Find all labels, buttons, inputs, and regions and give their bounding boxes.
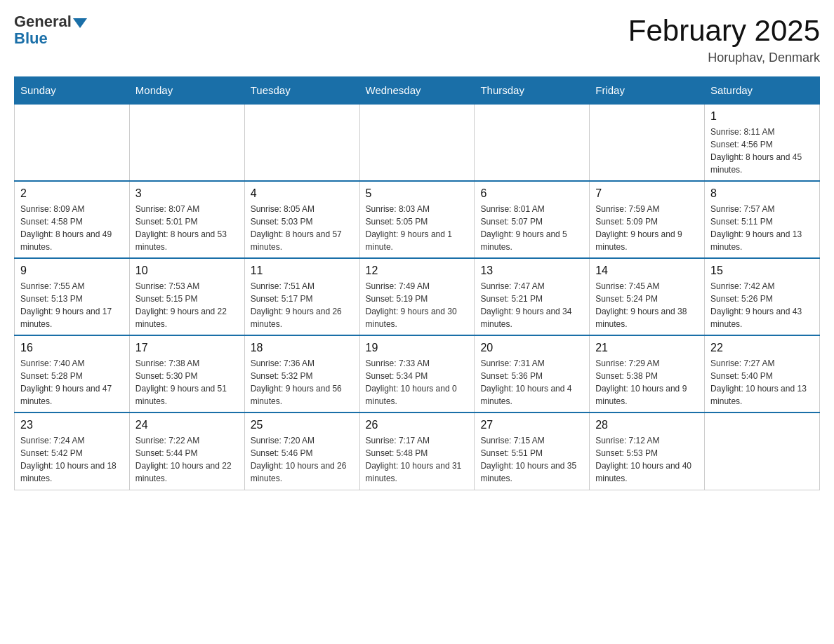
day-number: 2 [20, 187, 124, 200]
calendar-cell: 20Sunrise: 7:31 AM Sunset: 5:36 PM Dayli… [475, 335, 590, 412]
day-info: Sunrise: 7:55 AM Sunset: 5:13 PM Dayligh… [20, 280, 124, 330]
day-info: Sunrise: 8:09 AM Sunset: 4:58 PM Dayligh… [20, 203, 124, 253]
day-info: Sunrise: 7:22 AM Sunset: 5:44 PM Dayligh… [135, 434, 239, 485]
day-number: 12 [366, 264, 469, 277]
day-number: 25 [251, 419, 354, 431]
calendar-week-row: 9Sunrise: 7:55 AM Sunset: 5:13 PM Daylig… [15, 258, 820, 335]
day-info: Sunrise: 7:40 AM Sunset: 5:28 PM Dayligh… [20, 357, 124, 408]
calendar-cell: 14Sunrise: 7:45 AM Sunset: 5:24 PM Dayli… [590, 258, 705, 335]
calendar-week-row: 16Sunrise: 7:40 AM Sunset: 5:28 PM Dayli… [15, 335, 820, 412]
logo: General Blue [14, 14, 87, 48]
day-info: Sunrise: 7:42 AM Sunset: 5:26 PM Dayligh… [710, 280, 814, 330]
day-info: Sunrise: 7:12 AM Sunset: 5:53 PM Dayligh… [595, 434, 699, 485]
day-number: 3 [135, 187, 239, 200]
day-info: Sunrise: 7:15 AM Sunset: 5:51 PM Dayligh… [480, 434, 583, 485]
calendar-cell: 3Sunrise: 8:07 AM Sunset: 5:01 PM Daylig… [129, 181, 244, 258]
calendar-cell: 11Sunrise: 7:51 AM Sunset: 5:17 PM Dayli… [244, 258, 359, 335]
day-info: Sunrise: 7:27 AM Sunset: 5:40 PM Dayligh… [710, 357, 814, 408]
calendar-cell [705, 412, 820, 490]
page-header: General Blue February 2025 Horuphav, Den… [14, 14, 820, 65]
day-number: 7 [595, 187, 699, 200]
day-number: 27 [480, 419, 583, 431]
calendar-cell: 19Sunrise: 7:33 AM Sunset: 5:34 PM Dayli… [359, 335, 475, 412]
day-number: 20 [480, 342, 583, 354]
title-area: February 2025 Horuphav, Denmark [628, 14, 820, 65]
calendar-cell: 26Sunrise: 7:17 AM Sunset: 5:48 PM Dayli… [359, 412, 475, 490]
calendar-cell: 25Sunrise: 7:20 AM Sunset: 5:46 PM Dayli… [244, 412, 359, 490]
day-number: 6 [480, 187, 583, 200]
calendar-cell: 8Sunrise: 7:57 AM Sunset: 5:11 PM Daylig… [705, 181, 820, 258]
day-info: Sunrise: 7:49 AM Sunset: 5:19 PM Dayligh… [366, 280, 469, 330]
day-info: Sunrise: 7:36 AM Sunset: 5:32 PM Dayligh… [251, 357, 354, 408]
day-info: Sunrise: 7:53 AM Sunset: 5:15 PM Dayligh… [135, 280, 239, 330]
day-info: Sunrise: 8:05 AM Sunset: 5:03 PM Dayligh… [251, 203, 354, 253]
logo-blue-text: Blue [14, 29, 48, 48]
location: Horuphav, Denmark [628, 51, 820, 65]
day-number: 18 [251, 342, 354, 354]
day-number: 22 [710, 342, 814, 354]
calendar-week-row: 2Sunrise: 8:09 AM Sunset: 4:58 PM Daylig… [15, 181, 820, 258]
logo-general-text: General [14, 14, 72, 29]
calendar-week-row: 23Sunrise: 7:24 AM Sunset: 5:42 PM Dayli… [15, 412, 820, 490]
day-info: Sunrise: 7:45 AM Sunset: 5:24 PM Dayligh… [595, 280, 699, 330]
day-info: Sunrise: 7:59 AM Sunset: 5:09 PM Dayligh… [595, 203, 699, 253]
calendar-cell: 15Sunrise: 7:42 AM Sunset: 5:26 PM Dayli… [705, 258, 820, 335]
day-number: 4 [251, 187, 354, 200]
day-info: Sunrise: 7:17 AM Sunset: 5:48 PM Dayligh… [366, 434, 469, 485]
calendar-cell: 9Sunrise: 7:55 AM Sunset: 5:13 PM Daylig… [15, 258, 130, 335]
calendar-cell: 18Sunrise: 7:36 AM Sunset: 5:32 PM Dayli… [244, 335, 359, 412]
day-info: Sunrise: 7:33 AM Sunset: 5:34 PM Dayligh… [366, 357, 469, 408]
calendar-cell: 10Sunrise: 7:53 AM Sunset: 5:15 PM Dayli… [129, 258, 244, 335]
calendar-cell: 13Sunrise: 7:47 AM Sunset: 5:21 PM Dayli… [475, 258, 590, 335]
calendar-cell: 12Sunrise: 7:49 AM Sunset: 5:19 PM Dayli… [359, 258, 475, 335]
day-number: 19 [366, 342, 469, 354]
month-title: February 2025 [628, 14, 820, 48]
day-header-thursday: Thursday [475, 77, 590, 105]
day-number: 13 [480, 264, 583, 277]
calendar-cell: 7Sunrise: 7:59 AM Sunset: 5:09 PM Daylig… [590, 181, 705, 258]
calendar-cell: 23Sunrise: 7:24 AM Sunset: 5:42 PM Dayli… [15, 412, 130, 490]
calendar-cell: 17Sunrise: 7:38 AM Sunset: 5:30 PM Dayli… [129, 335, 244, 412]
calendar-cell: 27Sunrise: 7:15 AM Sunset: 5:51 PM Dayli… [475, 412, 590, 490]
day-number: 11 [251, 264, 354, 277]
calendar-cell [129, 104, 244, 181]
day-header-wednesday: Wednesday [359, 77, 475, 105]
calendar-cell: 16Sunrise: 7:40 AM Sunset: 5:28 PM Dayli… [15, 335, 130, 412]
calendar-cell: 6Sunrise: 8:01 AM Sunset: 5:07 PM Daylig… [475, 181, 590, 258]
day-number: 9 [20, 264, 124, 277]
calendar-header-row: SundayMondayTuesdayWednesdayThursdayFrid… [15, 77, 820, 105]
day-header-sunday: Sunday [15, 77, 130, 105]
calendar-cell [359, 104, 475, 181]
day-info: Sunrise: 7:47 AM Sunset: 5:21 PM Dayligh… [480, 280, 583, 330]
day-number: 1 [710, 110, 814, 123]
day-info: Sunrise: 7:20 AM Sunset: 5:46 PM Dayligh… [251, 434, 354, 485]
day-header-monday: Monday [129, 77, 244, 105]
day-number: 14 [595, 264, 699, 277]
day-number: 5 [366, 187, 469, 200]
calendar-week-row: 1Sunrise: 8:11 AM Sunset: 4:56 PM Daylig… [15, 104, 820, 181]
day-number: 15 [710, 264, 814, 277]
day-header-tuesday: Tuesday [244, 77, 359, 105]
calendar-cell: 28Sunrise: 7:12 AM Sunset: 5:53 PM Dayli… [590, 412, 705, 490]
day-header-saturday: Saturday [705, 77, 820, 105]
day-number: 24 [135, 419, 239, 431]
calendar-table: SundayMondayTuesdayWednesdayThursdayFrid… [14, 76, 820, 490]
day-info: Sunrise: 7:24 AM Sunset: 5:42 PM Dayligh… [20, 434, 124, 485]
day-number: 17 [135, 342, 239, 354]
day-number: 26 [366, 419, 469, 431]
calendar-cell: 24Sunrise: 7:22 AM Sunset: 5:44 PM Dayli… [129, 412, 244, 490]
calendar-cell: 1Sunrise: 8:11 AM Sunset: 4:56 PM Daylig… [705, 104, 820, 181]
day-info: Sunrise: 7:38 AM Sunset: 5:30 PM Dayligh… [135, 357, 239, 408]
day-info: Sunrise: 7:31 AM Sunset: 5:36 PM Dayligh… [480, 357, 583, 408]
calendar-cell: 2Sunrise: 8:09 AM Sunset: 4:58 PM Daylig… [15, 181, 130, 258]
calendar-cell: 21Sunrise: 7:29 AM Sunset: 5:38 PM Dayli… [590, 335, 705, 412]
day-number: 21 [595, 342, 699, 354]
calendar-cell: 22Sunrise: 7:27 AM Sunset: 5:40 PM Dayli… [705, 335, 820, 412]
day-number: 8 [710, 187, 814, 200]
day-number: 10 [135, 264, 239, 277]
day-info: Sunrise: 8:11 AM Sunset: 4:56 PM Dayligh… [710, 126, 814, 176]
day-info: Sunrise: 7:57 AM Sunset: 5:11 PM Dayligh… [710, 203, 814, 253]
day-info: Sunrise: 8:01 AM Sunset: 5:07 PM Dayligh… [480, 203, 583, 253]
calendar-cell [475, 104, 590, 181]
day-info: Sunrise: 7:51 AM Sunset: 5:17 PM Dayligh… [251, 280, 354, 330]
